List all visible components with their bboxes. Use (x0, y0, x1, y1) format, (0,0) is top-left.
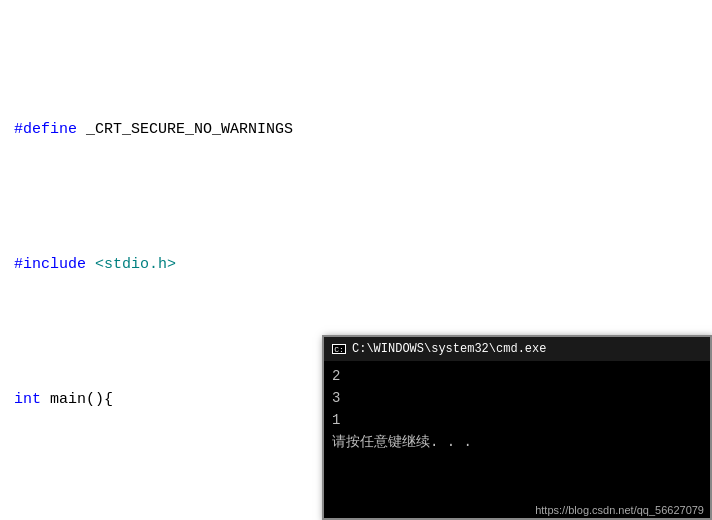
main-func: main(){ (50, 386, 113, 413)
cmd-output-line-2: 3 (332, 387, 702, 409)
include-file: <stdio.h> (95, 251, 176, 278)
cmd-titlebar: C: C:\WINDOWS\system32\cmd.exe (324, 337, 710, 361)
cmd-output: 2 3 1 请按任意键继续. . . (324, 361, 710, 518)
cmd-output-line-1: 2 (332, 365, 702, 387)
cmd-icon: C: (332, 344, 346, 354)
cmd-title: C:\WINDOWS\system32\cmd.exe (352, 342, 546, 356)
preprocessor-include: #include (14, 251, 86, 278)
cmd-window: C: C:\WINDOWS\system32\cmd.exe 2 3 1 请按任… (322, 335, 712, 520)
code-line-1: #define _CRT_SECURE_NO_WARNINGS (8, 116, 712, 143)
define-name: _CRT_SECURE_NO_WARNINGS (86, 116, 293, 143)
editor-window: #define _CRT_SECURE_NO_WARNINGS #include… (0, 0, 712, 520)
cmd-output-line-3: 1 (332, 409, 702, 431)
preprocessor-define: #define (14, 116, 77, 143)
cmd-output-line-4: 请按任意键继续. . . (332, 431, 702, 453)
code-line-2: #include <stdio.h> (8, 251, 712, 278)
keyword-int-main: int (14, 386, 41, 413)
watermark: https://blog.csdn.net/qq_56627079 (535, 504, 704, 516)
